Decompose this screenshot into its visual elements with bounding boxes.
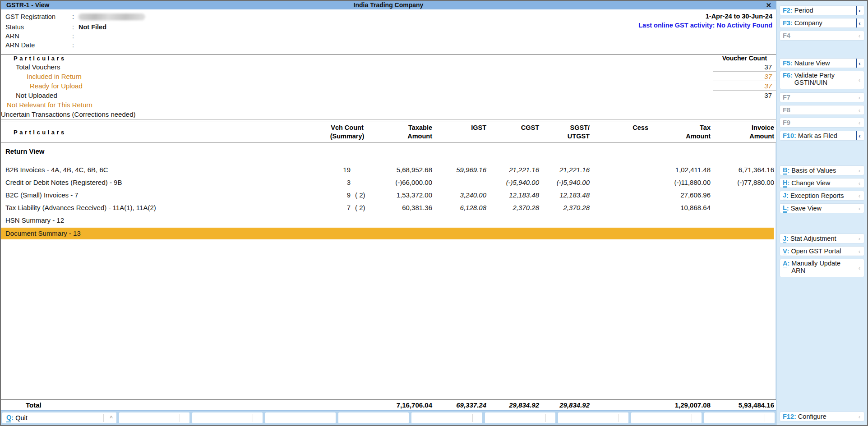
- title-bar: GSTR-1 - View India Trading Company ✕: [1, 1, 776, 9]
- arn-label: ARN: [1, 32, 72, 41]
- vch-note: [351, 176, 378, 189]
- hotkey: V: [783, 247, 787, 255]
- invoice-amount: [712, 189, 776, 202]
- total-sgst: 29,834.92: [541, 401, 591, 409]
- colon: :: [790, 72, 793, 79]
- taxable-amount: 5,68,952.68: [378, 164, 434, 176]
- tax-amount-header-line1: Tax: [650, 124, 711, 132]
- empty-bar-segment: [119, 412, 189, 423]
- taxable-amount: 60,381.36: [378, 202, 434, 214]
- vch-count-header-line2: (Summary): [317, 132, 378, 141]
- change-view-button[interactable]: H: Change View ‹: [780, 178, 864, 188]
- cess-amount: [591, 228, 650, 239]
- close-icon[interactable]: ✕: [761, 1, 776, 9]
- table-row-b2c-small-invoices[interactable]: B2C (Small) Invoices - 7 9 ( 2) 1,53,372…: [1, 189, 776, 202]
- quit-button[interactable]: Q:Quit ^: [2, 412, 116, 423]
- invoice-amount: 6,71,364.16: [712, 164, 776, 176]
- return-view-body: Return View B2B Invoices - 4A, 4B, 4C, 6…: [1, 143, 776, 399]
- hotkey: F10: [783, 132, 794, 139]
- report-title: GSTR-1 - View: [1, 1, 49, 9]
- table-row-ready-for-upload[interactable]: Ready for Upload 37: [1, 81, 776, 91]
- colon: :: [72, 23, 77, 32]
- manually-update-arn-button[interactable]: A: Manually UpdateARN ‹: [780, 259, 864, 277]
- chevron-left-icon: ‹: [856, 118, 863, 127]
- button-label: Company: [794, 19, 822, 27]
- basis-of-values-button[interactable]: B: Basis of Values ‹: [780, 165, 864, 175]
- empty-bar-segment: [192, 412, 263, 423]
- exception-reports-button[interactable]: J: Exception Reports ‹: [780, 191, 864, 201]
- vch-count: 19: [317, 164, 351, 176]
- colon: :: [72, 12, 77, 23]
- open-gst-portal-button[interactable]: V: Open GST Portal ‹: [780, 246, 864, 256]
- tax-amount-header: Tax Amount: [650, 124, 712, 141]
- invoice-header-line2: Amount: [712, 132, 774, 141]
- period-button[interactable]: F2: Period ‹: [780, 5, 864, 15]
- cess-amount: [591, 189, 650, 202]
- button-label: Manually Update: [791, 260, 840, 267]
- hotkey: F6: [783, 72, 790, 79]
- nature-view-button[interactable]: F5: Nature View ‹: [780, 58, 864, 68]
- table-row-document-summary-selected[interactable]: Document Summary - 13: [1, 228, 774, 239]
- hotkey: F12: [783, 413, 794, 420]
- chevron-left-icon: ‹: [856, 93, 863, 102]
- table-row-tax-liability-advances[interactable]: Tax Liability (Advances Received) - 11A(…: [1, 202, 776, 214]
- row-count: [713, 110, 776, 119]
- row-count: 37: [713, 91, 776, 100]
- table-row-not-uploaded[interactable]: Not Uploaded 37: [1, 91, 776, 100]
- row-label: Included in Return: [1, 72, 713, 81]
- particulars-header: Particulars: [1, 55, 713, 62]
- taxable-amount-header: Taxable Amount: [378, 124, 434, 141]
- hotkey: L: [783, 204, 787, 213]
- chevron-left-icon: ‹: [856, 259, 863, 277]
- hotkey: F2: [783, 7, 790, 14]
- vch-count-header: Vch Count (Summary): [317, 124, 378, 141]
- redacted-gstin: [78, 14, 145, 20]
- table-row-not-relevant[interactable]: Not Relevant for This Return: [1, 100, 776, 110]
- gst-registration-label: GST Registration: [1, 12, 72, 23]
- validate-party-gstin-button[interactable]: F6: Validate PartyGSTIN/UIN ‹: [780, 71, 864, 89]
- chevron-left-icon: ‹: [856, 105, 863, 115]
- row-label: B2B Invoices - 4A, 4B, 4C, 6B, 6C: [1, 164, 317, 176]
- mark-as-filed-button[interactable]: F10: Mark as Filed ‹: [780, 131, 864, 141]
- cess-amount: [591, 202, 650, 214]
- company-button[interactable]: F3: Company ‹: [780, 18, 864, 28]
- taxable-amount: [378, 214, 434, 227]
- vch-note: ( 2): [351, 189, 378, 202]
- taxable-amount: [378, 228, 434, 239]
- table-row-total-vouchers[interactable]: Total Vouchers 37: [1, 62, 776, 72]
- cess-header-text: Cess: [591, 124, 648, 132]
- save-view-button[interactable]: L: Save View ‹: [780, 203, 864, 213]
- cgst-amount: [488, 214, 541, 227]
- igst-amount: [434, 228, 488, 239]
- chevron-left-icon: ‹: [856, 179, 863, 188]
- table-row-uncertain-transactions[interactable]: Uncertain Transactions (Corrections need…: [1, 110, 776, 119]
- company-name: India Trading Company: [1, 1, 776, 9]
- hotkey: F9: [783, 119, 790, 126]
- table-row-hsn-summary[interactable]: HSN Summary - 12: [1, 214, 776, 227]
- chevron-left-icon: ‹: [856, 131, 863, 140]
- invoice-amount-header: Invoice Amount: [712, 124, 776, 141]
- tax-amount: (-)11,880.00: [650, 176, 712, 189]
- gst-activity-link[interactable]: Last online GST activity: No Activity Fo…: [638, 21, 772, 30]
- row-label: Tax Liability (Advances Received) - 11A(…: [1, 202, 317, 214]
- button-label: Validate Party: [794, 72, 835, 79]
- chevron-left-icon: ‹: [856, 234, 863, 243]
- table-row-b2b-invoices[interactable]: B2B Invoices - 4A, 4B, 4C, 6B, 6C 19 5,6…: [1, 164, 776, 176]
- right-button-panel: F2: Period ‹ F3: Company ‹ F4 ‹ F5: Natu…: [776, 1, 867, 425]
- button-label-line2: GSTIN/UIN: [794, 79, 835, 86]
- row-label: Credit or Debit Notes (Registered) - 9B: [1, 176, 317, 189]
- table-row-included-in-return[interactable]: Included in Return 37: [1, 72, 776, 81]
- f8-button-disabled: F8 ‹: [780, 105, 864, 115]
- configure-button[interactable]: F12: Configure ‹: [780, 412, 864, 421]
- row-label: Not Relevant for This Return: [1, 100, 713, 110]
- sgst-amount: 12,183.48: [541, 189, 591, 202]
- return-view-table: Particulars Vch Count (Summary) Taxable …: [1, 119, 776, 410]
- stat-adjustment-button[interactable]: J: Stat Adjustment ‹: [780, 234, 864, 243]
- sgst-amount: 21,221.16: [541, 164, 591, 176]
- arn-date-label: ARN Date: [1, 41, 72, 50]
- table-row-credit-debit-notes[interactable]: Credit or Debit Notes (Registered) - 9B …: [1, 176, 776, 189]
- cess-amount: [591, 214, 650, 227]
- period-block: 1-Apr-24 to 30-Jun-24 Last online GST ac…: [638, 12, 772, 30]
- row-count: 37: [713, 81, 776, 91]
- total-invoice-amount: 5,93,484.16: [712, 401, 776, 409]
